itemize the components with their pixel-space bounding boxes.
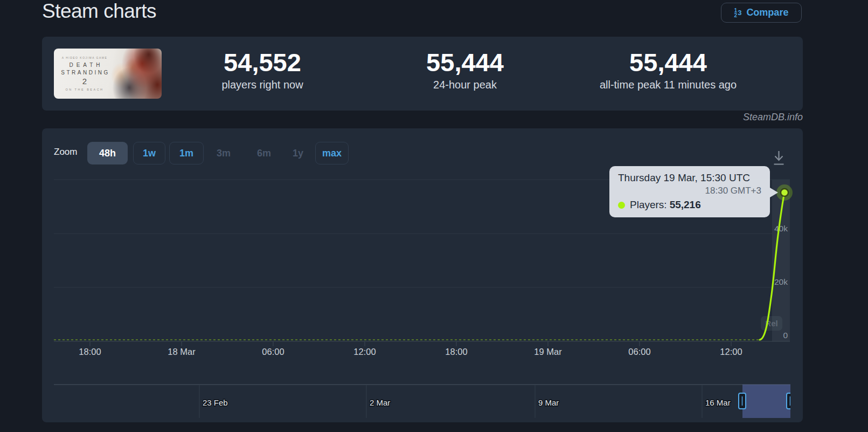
chart-tooltip: Thursday 19 Mar, 15:30 UTC 18:30 GMT+3 P… [609,166,770,217]
navigator-gridlines [199,385,702,418]
tooltip-date: Thursday 19 Mar, 15:30 UTC [618,171,761,185]
navigator-handle-right[interactable] [787,393,794,409]
navigator-handle-left[interactable] [739,393,746,409]
svg-text:12:00: 12:00 [353,347,376,356]
x-axis-labels: 18:00 18 Mar 06:00 12:00 18:00 19 Mar 06… [79,347,742,356]
tooltip-arrow [770,188,778,197]
steamdb-charts-page: { "page": { "title": "Steam charts", "wa… [0,0,868,432]
svg-text:16 Mar: 16 Mar [705,398,731,407]
stat-alltime-peak: 55,444 all-time peak 11 minutes ago [600,49,737,91]
svg-text:2 Mar: 2 Mar [370,398,390,407]
peak-24h-value: 55,444 [426,49,504,77]
tooltip-local-time: 18:30 GMT+3 [618,185,761,196]
svg-text:40k: 40k [774,224,788,233]
svg-text:9 Mar: 9 Mar [538,398,559,407]
svg-text:0: 0 [783,331,788,340]
navigator-selected-range[interactable] [742,385,790,418]
stat-players-now: 54,552 players right now [221,49,303,91]
svg-text:19 Mar: 19 Mar [534,347,562,356]
svg-text:20k: 20k [774,277,788,286]
alltime-peak-value: 55,444 [600,49,737,77]
chart-panel: Zoom 48h 1w 1m 3m 6m 1y max 18:0 [42,128,803,422]
stats-panel: A HIDEO KOJIMA GAME DEATH STRANDING 2 ON… [42,37,803,111]
compare-button[interactable]: 1 2 3 Compare [721,3,802,23]
game-capsule-title: A HIDEO KOJIMA GAME DEATH STRANDING 2 ON… [54,49,115,99]
release-flag-badge: Rel [761,316,782,331]
svg-text:18 Mar: 18 Mar [168,347,196,356]
tooltip-players-value: 55,216 [670,198,701,212]
steamdb-watermark: SteamDB.info [581,112,803,123]
players-now-value: 54,552 [221,49,303,77]
navigator-labels: 23 Feb 2 Mar 9 Mar 16 Mar [203,398,731,407]
game-capsule-image[interactable]: A HIDEO KOJIMA GAME DEATH STRANDING 2 ON… [54,49,162,99]
svg-text:12:00: 12:00 [720,347,742,356]
svg-text:06:00: 06:00 [628,347,650,356]
compare-button-label: Compare [746,7,788,18]
svg-text:18:00: 18:00 [445,347,467,356]
tooltip-series-label: Players: [630,198,667,212]
peak-24h-label: 24-hour peak [426,79,504,91]
series-color-dot [618,202,625,209]
last-point-marker[interactable] [781,189,788,196]
stat-24h-peak: 55,444 24-hour peak [426,49,504,91]
players-now-label: players right now [221,79,303,91]
x-axis-ticks [90,341,731,346]
page-title: Steam charts [42,0,156,23]
tooltip-players-row: Players: 55,216 [618,198,761,212]
svg-text:18:00: 18:00 [79,347,101,356]
alltime-peak-label: all-time peak 11 minutes ago [600,79,737,91]
svg-text:06:00: 06:00 [262,347,284,356]
compare-numbers-icon: 1 2 3 [734,8,742,18]
svg-text:23 Feb: 23 Feb [203,398,228,407]
